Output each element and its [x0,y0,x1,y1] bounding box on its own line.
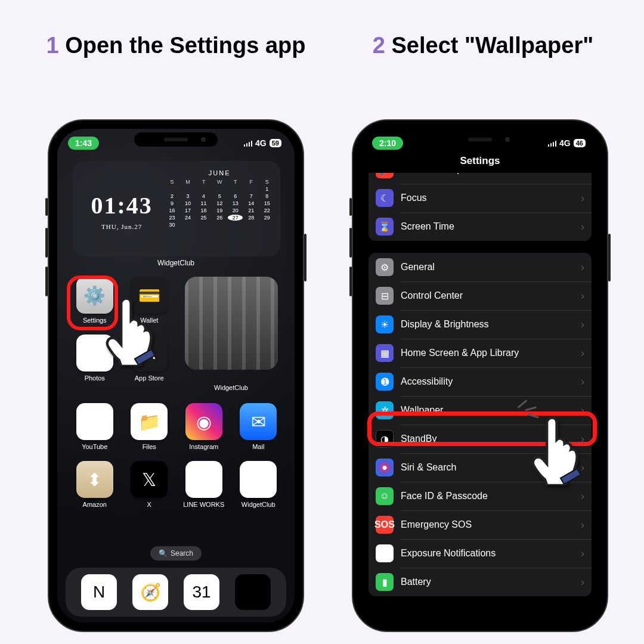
settings-title: Settings [361,155,599,167]
row-label: General [401,262,574,273]
app-label: WidgetClub [242,501,275,508]
signal-icon [548,140,557,147]
status-time: 1:43 [68,137,99,150]
cc-icon: ⊟ [376,287,394,305]
siri-icon: ● [376,459,394,476]
dock-app-safari[interactable]: 🧭 [132,574,168,610]
chevron-right-icon: › [581,490,584,503]
chevron-right-icon: › [581,261,584,274]
step1-title: 1 Open the Settings app [39,30,313,61]
row-label: Control Center [401,290,574,301]
row-label: Focus [401,193,574,203]
row-label: Display & Brightness [401,319,574,330]
chevron-right-icon: › [581,173,584,176]
app-x[interactable]: 𝕏X [124,461,175,508]
home-search[interactable]: 🔍 Search [150,546,202,561]
chevron-right-icon: › [581,519,584,531]
settings-row-sos[interactable]: SOSEmergency SOS› [369,510,592,539]
settings-row-access[interactable]: ➊Accessibility› [369,367,592,396]
sos-icon: SOS [376,516,394,534]
app-label: Files [143,443,156,450]
faceid-icon: ☺ [376,487,394,505]
app-mail[interactable]: ✉Mail [233,403,284,450]
lineworks-icon: W [185,461,222,498]
chevron-right-icon: › [581,192,584,205]
widget-time: 01:43 [91,191,152,219]
chevron-right-icon: › [581,376,584,388]
widget-month: JUNE [165,169,274,177]
phone-settings: 2:10 4G 46 Settings 🔊Sounds & Haptics›☾F… [352,119,608,632]
access-icon: ➊ [376,373,394,391]
settings-row-screentime[interactable]: ⌛Screen Time› [369,212,592,241]
chevron-right-icon: › [581,318,584,331]
notch [438,132,522,147]
widget-date: THU, Jun.27 [101,223,142,230]
chevron-right-icon: › [581,290,584,302]
screentime-icon: ⌛ [376,218,394,236]
chevron-right-icon: › [581,221,584,233]
app-label: YouTube [82,443,107,450]
settings-list[interactable]: 🔊Sounds & Haptics›☾Focus›⌛Screen Time› ⚙… [369,173,592,623]
signal-icon [244,140,253,147]
settings-row-display[interactable]: ☀Display & Brightness› [369,310,592,339]
settings-row-focus[interactable]: ☾Focus› [369,184,592,212]
row-label: Screen Time [401,221,574,232]
row-label: Face ID & Passcode [401,491,574,501]
app-label: Photos [85,374,105,382]
settings-row-battery[interactable]: ▮Battery› [369,568,592,596]
chevron-right-icon: › [581,347,584,360]
app-youtube[interactable]: ▶YouTube [69,403,120,450]
phone-homescreen: 1:43 4G 59 01:43 THU, Jun.27 JUNE SMTWTF… [48,119,304,632]
row-label: Accessibility [401,376,574,387]
row-label: Home Screen & App Library [401,348,574,358]
dock-app-gcal[interactable]: 31 [184,574,219,610]
app-instagram[interactable]: ◉Instagram [178,403,230,450]
general-icon: ⚙ [376,258,394,276]
notch [134,132,218,147]
battery-badge: 46 [574,139,586,147]
exposure-icon: ☀ [376,544,394,562]
amazon-icon: ⬍ [76,461,113,498]
mail-icon: ✉ [240,403,277,440]
chevron-right-icon: › [581,547,584,560]
instagram-icon: ◉ [185,403,222,440]
sounds-icon: 🔊 [376,173,394,178]
display-icon: ☀ [376,315,394,333]
app-lineworks[interactable]: WLINE WORKS [178,461,230,508]
dock: N🧭31✺ [66,568,286,617]
network-label: 4G [559,138,571,148]
pointer-hand-icon [527,414,593,485]
app-label: LINE WORKS [183,501,224,508]
clock-calendar-widget[interactable]: 01:43 THU, Jun.27 JUNE SMTWTFS1234567891… [73,161,280,256]
row-label: Exposure Notifications [401,548,574,559]
app-amazon[interactable]: ⬍Amazon [69,461,120,508]
settings-row-sounds[interactable]: 🔊Sounds & Haptics› [369,173,592,184]
youtube-icon: ▶ [76,403,113,440]
row-label: Battery [401,577,574,587]
photo-widget[interactable] [185,277,278,370]
files-icon: 📁 [131,403,168,440]
widgetclub-icon: ▦ [240,461,277,498]
x-icon: 𝕏 [131,461,168,498]
settings-row-cc[interactable]: ⊟Control Center› [369,281,592,310]
app-label: X [147,501,151,508]
status-time: 2:10 [372,137,403,150]
step2-title: 2 Select "Wallpaper" [346,30,620,61]
network-label: 4G [255,138,267,148]
battery-badge: 59 [270,139,281,147]
photo-widget-label: WidgetClub [178,384,284,392]
settings-row-exposure[interactable]: ☀Exposure Notifications› [369,539,592,568]
settings-group-1: 🔊Sounds & Haptics›☾Focus›⌛Screen Time› [369,173,592,241]
pointer-hand-icon [101,295,167,366]
app-widgetclub[interactable]: ▦WidgetClub [233,461,284,508]
dock-app-notion[interactable]: N [81,574,117,610]
search-icon: 🔍 [159,549,168,558]
home-icon: ▦ [376,344,394,362]
settings-row-general[interactable]: ⚙General› [369,253,592,281]
row-label: Sounds & Haptics [401,173,574,175]
app-files[interactable]: 📁Files [124,403,175,450]
row-label: Emergency SOS [401,519,574,530]
settings-row-home[interactable]: ▦Home Screen & App Library› [369,339,592,367]
dock-app-chatgpt[interactable]: ✺ [235,574,271,610]
settings-row-faceid[interactable]: ☺Face ID & Passcode› [369,482,592,510]
